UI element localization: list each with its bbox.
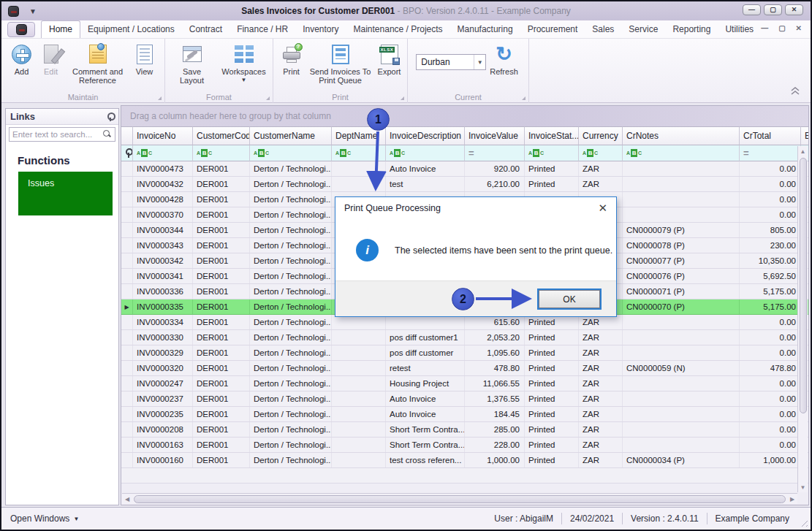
cell[interactable]: INV0000163 [133, 438, 193, 452]
cell[interactable] [623, 177, 740, 191]
cell[interactable]: Short Term Contra... [386, 438, 465, 452]
cell[interactable]: Derton / Technologi... [250, 438, 332, 452]
cell[interactable]: Derton / Technologi... [250, 299, 332, 314]
scroll-down-icon[interactable]: ▼ [798, 482, 808, 492]
cell[interactable]: Derton / Technologi... [250, 422, 332, 437]
cell[interactable]: Printed [525, 177, 579, 191]
cell[interactable]: Derton / Technologi... [250, 284, 332, 299]
cell[interactable] [332, 330, 386, 345]
tab-service[interactable]: Service [621, 21, 665, 38]
table-row[interactable]: INV0000320DER001Derton / Technologi...re… [121, 361, 808, 376]
cell[interactable]: INV0000432 [133, 177, 193, 191]
tab-equipment-locations[interactable]: Equipment / Locations [80, 21, 182, 38]
cell[interactable] [386, 315, 465, 329]
cell[interactable]: Derton / Technologi... [250, 361, 332, 375]
cell[interactable] [623, 391, 740, 406]
resize-grip[interactable] [799, 518, 808, 527]
cell[interactable]: INV0000237 [133, 391, 193, 406]
cell[interactable]: 0.00 [740, 438, 801, 452]
cell[interactable]: DER001 [193, 345, 250, 360]
cell[interactable]: 285.00 [465, 422, 525, 437]
cell[interactable] [623, 376, 740, 391]
cell[interactable]: INV0000334 [133, 315, 193, 329]
cell[interactable]: CN0000078 (P) [623, 238, 740, 253]
cell[interactable] [332, 161, 386, 176]
cell[interactable]: DER001 [193, 361, 250, 375]
cell[interactable]: Auto Invoice [386, 391, 465, 406]
cell[interactable]: 0.00 [740, 192, 801, 207]
table-row[interactable]: INV0000163DER001Derton / Technologi...Sh… [121, 438, 808, 453]
chevron-down-icon[interactable]: ▼ [474, 55, 485, 69]
column-header-customercode[interactable]: CustomerCode [193, 126, 250, 145]
tab-maintenance-projects[interactable]: Maintenance / Projects [346, 21, 450, 38]
cell[interactable]: INV0000473 [133, 161, 193, 176]
cell[interactable]: 6,210.00 [465, 177, 525, 191]
table-row[interactable]: INV0000334DER001Derton / Technologi...61… [121, 315, 808, 330]
group-dialog-launcher-icon[interactable] [158, 96, 162, 100]
cell[interactable]: DER001 [193, 177, 250, 191]
cell[interactable]: ZAR [579, 361, 623, 375]
table-row[interactable]: INV0000473DER001Derton / Technologi...Au… [121, 161, 808, 177]
cell[interactable] [332, 422, 386, 437]
column-header-currency[interactable]: Currency [579, 126, 623, 145]
cell[interactable]: Derton / Technologi... [250, 238, 332, 253]
cell[interactable] [623, 345, 740, 360]
cell[interactable]: 478.80 [465, 361, 525, 375]
cell[interactable]: INV0000336 [133, 284, 193, 299]
table-row[interactable]: INV0000237DER001Derton / Technologi...Au… [121, 391, 808, 407]
table-row[interactable]: INV0000235DER001Derton / Technologi...Au… [121, 407, 808, 422]
cell[interactable]: test cross referen... [386, 453, 465, 467]
tab-reporting[interactable]: Reporting [665, 21, 718, 38]
tab-contract[interactable]: Contract [182, 21, 229, 38]
cell[interactable]: DER001 [193, 422, 250, 437]
table-row[interactable]: INV0000208DER001Derton / Technologi...Sh… [121, 422, 808, 438]
cell[interactable]: ZAR [579, 345, 623, 360]
cell[interactable] [332, 361, 386, 375]
ribbon-collapse-icon[interactable] [790, 85, 800, 98]
cell[interactable]: DER001 [193, 223, 250, 237]
export-button[interactable]: XLSXExport [376, 41, 403, 77]
close-icon[interactable]: ✕ [796, 24, 802, 32]
cell[interactable]: Printed [525, 438, 579, 452]
filter-cell-customercode[interactable]: ABC [193, 145, 250, 161]
minimize-button[interactable]: — [743, 4, 761, 15]
chevron-down-icon[interactable]: ▼ [241, 77, 247, 84]
group-dialog-launcher-icon[interactable] [401, 96, 404, 100]
cell[interactable]: Printed [525, 422, 579, 437]
cell[interactable]: DER001 [193, 330, 250, 345]
cell[interactable]: Printed [525, 407, 579, 421]
save-layout-button[interactable]: Save Layout [168, 41, 216, 87]
cell[interactable] [332, 407, 386, 421]
cell[interactable]: Derton / Technologi... [250, 177, 332, 191]
cell[interactable]: DER001 [193, 438, 250, 452]
column-header-invoiceno[interactable]: InvoiceNo [133, 126, 193, 145]
cell[interactable]: Printed [525, 391, 579, 406]
search-input[interactable]: Enter text to search... [9, 127, 115, 142]
cell[interactable]: INV0000330 [133, 330, 193, 345]
pin-icon[interactable] [107, 112, 114, 121]
cell[interactable]: ZAR [579, 330, 623, 345]
cell[interactable]: CN0000079 (P) [623, 223, 740, 237]
column-header-crnotes[interactable]: CrNotes [623, 126, 740, 145]
tab-manufacturing[interactable]: Manufacturing [450, 21, 520, 38]
tab-inventory[interactable]: Inventory [295, 21, 346, 38]
cell[interactable]: INV0000208 [133, 422, 193, 437]
filter-cell-invoicestat[interactable]: ABC [525, 145, 579, 161]
cell[interactable]: DER001 [193, 376, 250, 391]
cell[interactable]: 5,692.50 [740, 269, 801, 283]
filter-cell-invoiceno[interactable]: ABC [133, 145, 193, 161]
cell[interactable]: DER001 [193, 299, 250, 314]
maximize-icon[interactable]: ▢ [778, 24, 785, 32]
cell[interactable]: DER001 [193, 315, 250, 329]
cell[interactable] [623, 207, 740, 222]
cell[interactable] [332, 177, 386, 191]
scroll-left-icon[interactable]: ◀ [122, 494, 132, 504]
column-header-crtotal[interactable]: CrTotal [740, 126, 801, 145]
cell[interactable]: INV0000370 [133, 207, 193, 222]
tab-sales[interactable]: Sales [585, 21, 621, 38]
group-by-band[interactable]: Drag a column header here to group by th… [121, 106, 808, 126]
cell[interactable]: DER001 [193, 269, 250, 283]
scroll-right-icon[interactable]: ▶ [787, 494, 797, 504]
cell[interactable]: Derton / Technologi... [250, 223, 332, 237]
cell[interactable]: Derton / Technologi... [250, 315, 332, 329]
